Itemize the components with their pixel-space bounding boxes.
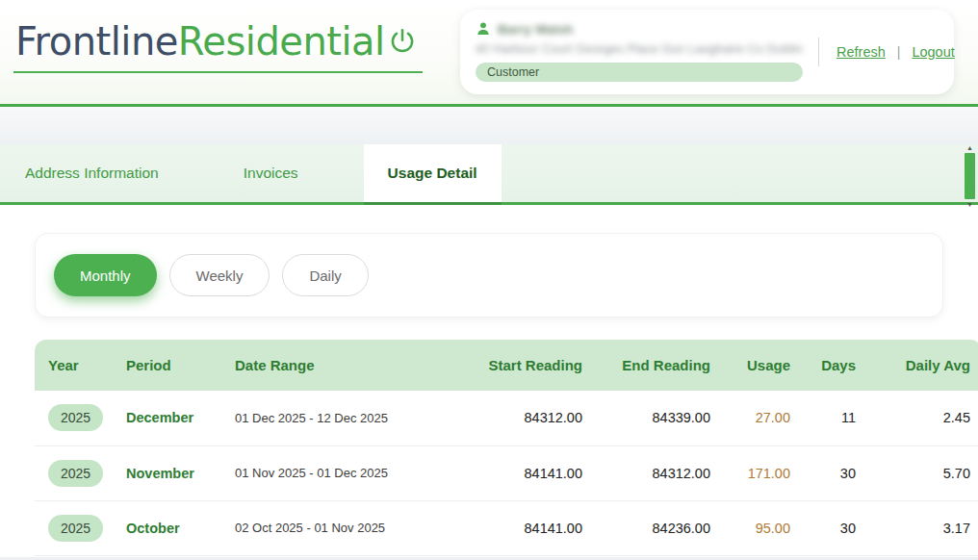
usage-table: YearPeriodDate RangeStart ReadingEnd Rea…: [35, 340, 978, 556]
column-header: End Reading: [582, 340, 710, 391]
user-name-blurred: Barry Walsh: [498, 22, 573, 37]
link-separator: |: [897, 44, 901, 60]
table-row: 2025November01 Nov 2025 - 01 Dec 2025841…: [35, 445, 978, 500]
period-cell: December: [126, 391, 235, 445]
header-actions: Refresh | Logout: [803, 19, 955, 85]
header: FrontlineResidential Barry Walsh 40 Harb…: [0, 0, 978, 107]
usage-cell: 27.00: [710, 391, 790, 445]
refresh-link[interactable]: Refresh: [836, 44, 886, 60]
start-reading-cell: 84141.00: [445, 445, 582, 500]
table-row: 2025October02 Oct 2025 - 01 Nov 20258414…: [35, 500, 978, 555]
monthly-button[interactable]: Monthly: [54, 254, 157, 296]
tab-invoices[interactable]: Invoices: [219, 144, 323, 202]
daily-avg-cell: 2.45: [862, 391, 978, 445]
end-reading-cell: 84312.00: [582, 445, 710, 500]
daily-avg-cell: 5.70: [862, 445, 978, 500]
period-cell: October: [126, 500, 235, 555]
daily-button[interactable]: Daily: [282, 254, 368, 296]
column-header: Date Range: [235, 340, 445, 391]
usage-cell: 171.00: [710, 445, 790, 500]
start-reading-cell: 84141.00: [445, 500, 582, 555]
date-range-cell: 01 Nov 2025 - 01 Dec 2025: [235, 445, 445, 500]
column-header: Days: [790, 340, 862, 391]
tab-bar: Address Information Invoices Usage Detai…: [0, 144, 978, 205]
column-header: Daily Avg: [862, 340, 978, 391]
brand-name-primary: Frontline: [15, 19, 178, 64]
scroll-up-icon[interactable]: ▲: [966, 143, 973, 152]
usage-cell: 95.00: [710, 500, 790, 555]
year-badge-cell: 2025: [35, 445, 126, 500]
tab-usage-detail[interactable]: Usage Detail: [364, 144, 502, 205]
year-badge: 2025: [48, 460, 103, 487]
scroll-down-icon[interactable]: ▼: [966, 200, 973, 209]
interval-filter-card: Monthly Weekly Daily: [35, 233, 943, 318]
days-cell: 11: [790, 391, 862, 445]
date-range-cell: 02 Oct 2025 - 01 Nov 2025: [235, 500, 445, 555]
tab-address-information[interactable]: Address Information: [0, 144, 184, 202]
person-icon: [476, 21, 491, 37]
brand-name-secondary: Residential: [178, 19, 385, 64]
usage-detail-panel: Monthly Weekly Daily YearPeriodDate Rang…: [0, 205, 978, 557]
days-cell: 30: [790, 500, 862, 555]
column-header: Year: [35, 340, 126, 391]
date-range-cell: 01 Dec 2025 - 12 Dec 2025: [235, 391, 445, 445]
end-reading-cell: 84339.00: [582, 391, 710, 445]
column-header: Start Reading: [445, 340, 582, 391]
column-header: Period: [126, 340, 235, 391]
role-badge: Customer: [476, 63, 803, 82]
usage-table-header: YearPeriodDate RangeStart ReadingEnd Rea…: [35, 340, 978, 391]
end-reading-cell: 84236.00: [582, 500, 710, 555]
scrollbar-thumb[interactable]: [965, 153, 975, 199]
user-card: Barry Walsh 40 Harbour Court Georges Pla…: [460, 10, 954, 94]
daily-avg-cell: 3.17: [862, 500, 978, 555]
divider: [818, 38, 819, 66]
table-row: 2025December01 Dec 2025 - 12 Dec 2025843…: [35, 391, 978, 445]
start-reading-cell: 84312.00: [445, 391, 582, 445]
weekly-button[interactable]: Weekly: [169, 254, 270, 296]
year-badge-cell: 2025: [35, 500, 126, 555]
spacer-band: [0, 107, 978, 144]
logout-link[interactable]: Logout: [912, 44, 954, 60]
year-badge: 2025: [48, 515, 103, 542]
user-info: Barry Walsh 40 Harbour Court Georges Pla…: [476, 19, 803, 85]
vertical-scrollbar[interactable]: ▲ ▼: [965, 143, 975, 209]
power-icon: [388, 26, 417, 57]
period-cell: November: [126, 445, 235, 500]
days-cell: 30: [790, 445, 862, 500]
brand-logo: FrontlineResidential: [13, 19, 423, 73]
user-address-blurred: 40 Harbour Court Georges Place Dun Laogh…: [476, 41, 803, 56]
column-header: Usage: [710, 340, 790, 391]
year-badge-cell: 2025: [35, 391, 126, 445]
year-badge: 2025: [48, 404, 103, 431]
